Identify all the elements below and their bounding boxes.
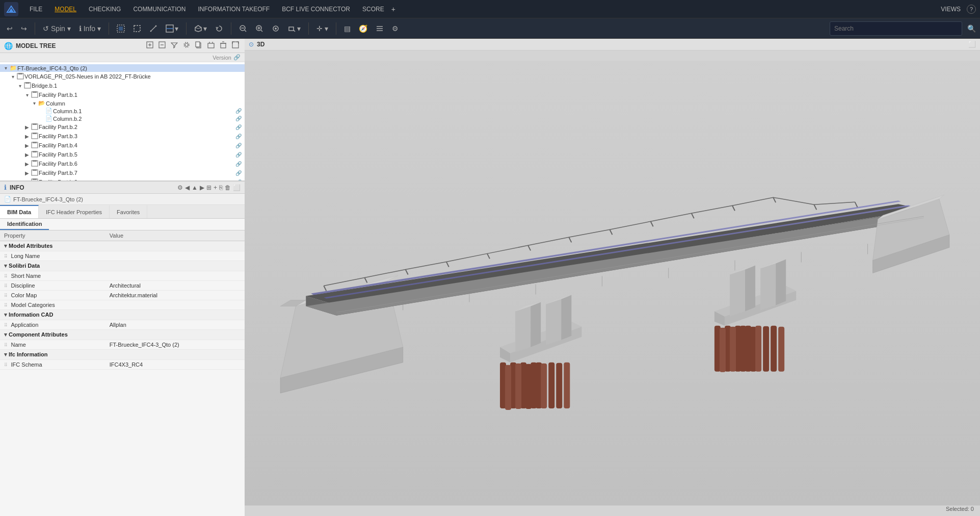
menu-file[interactable]: FILE <box>24 4 47 15</box>
table-section-row: ▾ Model Attributes <box>0 241 245 251</box>
tree-toggle-column-group[interactable]: ▾ <box>31 100 38 106</box>
tree-collapse-all-icon[interactable] <box>157 41 167 50</box>
tree-node-facility2[interactable]: ▶ Facility Part.b.2 🔗 <box>0 122 245 132</box>
info-add-icon[interactable]: + <box>214 184 217 191</box>
layers-button[interactable] <box>373 23 386 34</box>
info-prev-icon[interactable]: ◀ <box>185 184 190 191</box>
3d-view-body[interactable]: Selected: 0 <box>245 50 980 516</box>
model-tree-panel: 🌐 MODEL TREE <box>0 39 245 182</box>
tree-node-col-b1[interactable]: 📄 Column.b.1 🔗 <box>0 107 245 115</box>
facility5-icon <box>31 150 39 159</box>
tree-expand-all-icon[interactable] <box>145 41 155 50</box>
info-maximize-icon[interactable]: ⬜ <box>233 184 241 191</box>
info-copy-icon[interactable]: ⎘ <box>219 184 223 191</box>
tree-maximize-icon[interactable] <box>230 41 241 50</box>
tree-toggle-facility4[interactable]: ▶ <box>23 143 31 148</box>
tree-toggle-facility1[interactable]: ▾ <box>23 92 31 98</box>
3d-view-expand-icon[interactable]: ⬜ <box>968 41 976 48</box>
svg-marker-112 <box>760 263 776 310</box>
tree-toggle-facility8[interactable]: ▶ <box>23 179 31 181</box>
tree-toggle-bridge[interactable]: ▾ <box>16 83 23 89</box>
search-input[interactable] <box>830 21 962 36</box>
3d-view-panel[interactable]: ⊙ 3D ⬜ <box>245 39 980 516</box>
select-button[interactable] <box>114 23 127 34</box>
menu-bcf[interactable]: BCF LIVE CONNECTOR <box>277 4 355 15</box>
sub-tab-identification[interactable]: Identification <box>0 219 49 230</box>
tree-delete-icon[interactable] <box>218 41 228 50</box>
menu-checking[interactable]: CHECKING <box>84 4 126 15</box>
tree-node-column-group[interactable]: ▾ 📂 Column <box>0 99 245 107</box>
info-up-icon[interactable]: ▲ <box>192 184 198 191</box>
svg-rect-120 <box>730 327 736 372</box>
tree-toggle-facility5[interactable]: ▶ <box>23 152 31 158</box>
facility7-icon <box>31 169 39 177</box>
menu-information-takeoff[interactable]: INFORMATION TAKEOFF <box>193 4 275 15</box>
tree-add-icon[interactable] <box>206 41 216 50</box>
zoom-in-button[interactable] <box>253 23 266 34</box>
tree-toggle-facility6[interactable]: ▶ <box>23 161 31 167</box>
measure-button[interactable] <box>147 23 160 34</box>
tree-node-facility8[interactable]: ▶ Facility Part.b.8 🔗 <box>0 177 245 180</box>
view-cube-button[interactable]: ▾ <box>192 23 209 34</box>
menu-score[interactable]: SCORE <box>357 4 389 15</box>
svg-rect-51 <box>33 142 37 143</box>
search-icon[interactable]: 🔍 <box>967 24 976 33</box>
tree-node-root[interactable]: ▾ 📁 FT-Bruecke_IFC4-3_Qto (2) <box>0 64 245 72</box>
svg-marker-110 <box>745 265 755 311</box>
help-button[interactable]: ? <box>967 5 976 14</box>
tree-toggle-facility7[interactable]: ▶ <box>23 170 31 176</box>
settings-button[interactable]: ⚙ <box>389 23 401 34</box>
svg-rect-41 <box>18 73 22 74</box>
info-button[interactable]: ℹ Info ▾ <box>76 23 103 34</box>
tree-node-bridge[interactable]: ▾ Bridge.b.1 <box>0 81 245 90</box>
value-cell: IFC4X3_RC4 <box>105 360 245 370</box>
add-tab-button[interactable]: + <box>391 5 395 13</box>
info-table-container[interactable]: Property Value ▾ Model Attributes⠿ Long … <box>0 230 245 516</box>
info-next-icon[interactable]: ▶ <box>200 184 204 191</box>
facility6-icon <box>31 160 39 168</box>
version-icon[interactable]: 🔗 <box>233 54 241 61</box>
info-delete-icon[interactable]: 🗑 <box>225 184 231 191</box>
tree-filter-icon[interactable] <box>169 41 179 50</box>
zoom-out-button[interactable] <box>236 23 250 34</box>
redo-button[interactable]: ↪ <box>18 23 30 34</box>
reset-view-button[interactable] <box>213 23 226 34</box>
tree-node-facility4[interactable]: ▶ Facility Part.b.4 🔗 <box>0 141 245 150</box>
info-settings-icon[interactable]: ⚙ <box>177 184 183 191</box>
svg-rect-126 <box>778 327 784 372</box>
tab-bim-data[interactable]: BIM Data <box>0 205 39 218</box>
model-tree-header: 🌐 MODEL TREE <box>0 39 245 53</box>
zoom-extent-button[interactable] <box>269 23 282 34</box>
section-button[interactable]: ▾ <box>163 23 181 34</box>
tree-node-vorlage[interactable]: ▾ VORLAGE_PR_025-Neues in AB 2022_FT-Brü… <box>0 72 245 81</box>
app-logo[interactable] <box>4 2 18 16</box>
table-row: ⠿ Short Name <box>0 271 245 281</box>
tab-favorites[interactable]: Favorites <box>110 205 147 218</box>
tree-toggle-vorlage[interactable]: ▾ <box>9 74 16 80</box>
tree-node-facility1[interactable]: ▾ Facility Part.b.1 <box>0 90 245 99</box>
snap-button[interactable]: ✛ ▾ <box>314 23 331 34</box>
root-label: FT-Bruecke_IFC4-3_Qto (2) <box>17 65 245 71</box>
tab-ifc-header[interactable]: IFC Header Properties <box>39 205 110 218</box>
menu-communication[interactable]: COMMUNICATION <box>128 4 191 15</box>
views-button[interactable]: VIEWS <box>941 6 961 13</box>
area-select-button[interactable] <box>130 23 144 34</box>
tree-node-facility7[interactable]: ▶ Facility Part.b.7 🔗 <box>0 168 245 177</box>
zoom-window-button[interactable]: ▾ <box>285 23 303 34</box>
tree-settings-icon[interactable] <box>181 41 192 50</box>
navigate-button[interactable]: 🧭 <box>356 23 370 34</box>
tree-node-col-b2[interactable]: 📄 Column.b.2 🔗 <box>0 115 245 122</box>
spin-button[interactable]: ↺ Spin ▾ <box>40 23 73 34</box>
tree-node-facility3[interactable]: ▶ Facility Part.b.3 🔗 <box>0 132 245 141</box>
info-expand-icon[interactable]: ⊞ <box>206 184 211 191</box>
tree-toggle-facility3[interactable]: ▶ <box>23 134 31 139</box>
tree-content[interactable]: ▾ 📁 FT-Bruecke_IFC4-3_Qto (2) ▾ VORLAGE_… <box>0 62 245 180</box>
section2-button[interactable]: ▤ <box>341 23 353 34</box>
tree-toggle-facility2[interactable]: ▶ <box>23 124 31 130</box>
tree-copy-icon[interactable] <box>194 41 204 50</box>
tree-node-facility6[interactable]: ▶ Facility Part.b.6 🔗 <box>0 159 245 168</box>
menu-model[interactable]: MODEL <box>49 4 82 15</box>
tree-toggle-root[interactable]: ▾ <box>2 65 9 71</box>
undo-button[interactable]: ↩ <box>4 23 15 34</box>
tree-node-facility5[interactable]: ▶ Facility Part.b.5 🔗 <box>0 150 245 159</box>
